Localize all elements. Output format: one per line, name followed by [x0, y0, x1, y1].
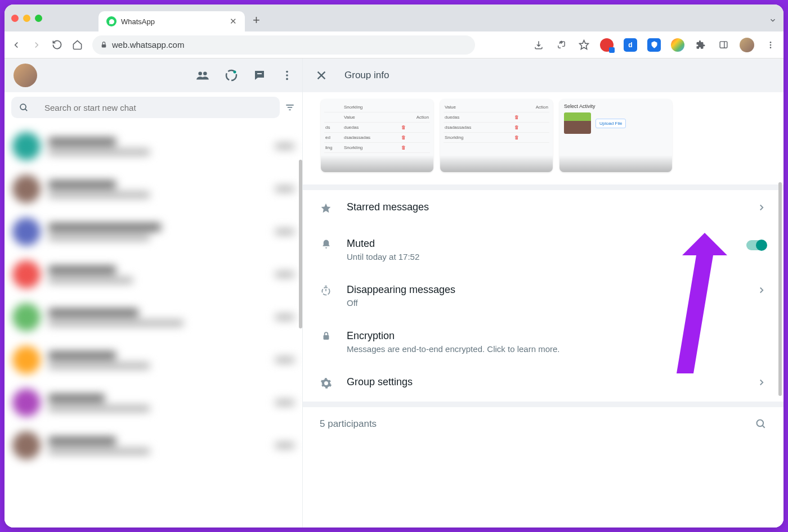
- thumb-text: Action: [513, 102, 549, 112]
- svg-rect-2: [720, 42, 727, 48]
- timer-icon: [320, 285, 332, 296]
- star-icon: [320, 202, 332, 214]
- my-avatar[interactable]: [14, 64, 37, 87]
- media-thumbnail[interactable]: Snorkling ValueAction dsduedas🗑 eddsadas…: [321, 99, 433, 172]
- share-icon[interactable]: [555, 39, 567, 51]
- mute-toggle[interactable]: [746, 240, 767, 250]
- chat-item[interactable]: [5, 125, 302, 168]
- thumb-text: Action: [400, 112, 430, 123]
- search-input[interactable]: [44, 103, 272, 112]
- chat-item[interactable]: [5, 381, 302, 424]
- thumb-upload-button: Upload File: [596, 119, 626, 128]
- disappearing-messages-row[interactable]: Disappearing messages Off: [303, 273, 783, 319]
- chat-item[interactable]: [5, 339, 302, 381]
- setting-sublabel: Until today at 17:52: [347, 252, 732, 262]
- svg-rect-0: [102, 44, 106, 47]
- maximize-window-button[interactable]: [35, 15, 42, 22]
- close-window-button[interactable]: [11, 15, 19, 22]
- toolbar-right: d: [532, 38, 777, 52]
- thumb-image: [564, 112, 591, 134]
- participants-count: 5 participants: [320, 418, 377, 430]
- thumb-text: Value: [343, 112, 400, 123]
- extension-icon-4[interactable]: [671, 38, 684, 52]
- filter-icon[interactable]: [284, 102, 296, 113]
- extension-icon-3[interactable]: [647, 38, 661, 52]
- extension-icon-2[interactable]: d: [624, 38, 637, 52]
- extension-icon-1[interactable]: [600, 38, 614, 52]
- setting-sublabel: Messages are end-to-end encrypted. Click…: [347, 344, 767, 354]
- chat-list: [5, 123, 302, 528]
- svg-point-6: [770, 47, 772, 48]
- svg-point-27: [757, 420, 764, 427]
- thumb-text: Snorkling: [343, 102, 400, 112]
- setting-label: Group settings: [347, 376, 742, 388]
- tabs-overflow-icon[interactable]: [769, 16, 777, 24]
- svg-line-28: [763, 426, 765, 428]
- profile-avatar[interactable]: [740, 38, 754, 52]
- forward-button[interactable]: [32, 40, 44, 50]
- extensions-puzzle-icon[interactable]: [695, 39, 707, 51]
- svg-point-5: [770, 44, 772, 46]
- traffic-lights: [11, 15, 42, 22]
- download-icon[interactable]: [532, 39, 545, 51]
- chat-item[interactable]: [5, 296, 302, 339]
- chat-item[interactable]: [5, 168, 302, 210]
- new-tab-button[interactable]: +: [253, 13, 260, 28]
- sidepanel-icon[interactable]: [717, 39, 729, 51]
- browser-titlebar: WhatsApp ✕ +: [5, 4, 783, 31]
- search-box[interactable]: [11, 97, 280, 118]
- communities-icon[interactable]: [195, 68, 210, 83]
- close-panel-icon[interactable]: [315, 69, 328, 82]
- minimize-window-button[interactable]: [23, 15, 30, 22]
- group-settings-row[interactable]: Group settings: [303, 365, 783, 402]
- browser-window: WhatsApp ✕ + web.whatsapp.com: [5, 4, 783, 528]
- thumb-text: dsadassadas: [343, 133, 400, 143]
- encryption-row[interactable]: Encryption Messages are end-to-end encry…: [303, 319, 783, 365]
- home-button[interactable]: [72, 39, 84, 50]
- browser-menu-icon[interactable]: [764, 39, 777, 51]
- browser-tab[interactable]: WhatsApp ✕: [98, 11, 245, 31]
- participants-row[interactable]: 5 participants: [303, 407, 783, 441]
- svg-point-12: [286, 71, 288, 73]
- bookmark-star-icon[interactable]: [577, 39, 590, 51]
- svg-marker-1: [579, 40, 588, 49]
- close-tab-icon[interactable]: ✕: [230, 16, 237, 26]
- address-bar[interactable]: web.whatsapp.com: [92, 35, 475, 55]
- muted-row[interactable]: Muted Until today at 17:52: [303, 227, 783, 273]
- setting-label: Disappearing messages: [347, 284, 742, 296]
- svg-point-15: [20, 104, 26, 110]
- thumb-text: Select Activity: [564, 103, 668, 109]
- search-icon: [19, 103, 29, 112]
- menu-icon[interactable]: [281, 68, 293, 83]
- gear-icon: [320, 377, 332, 389]
- chat-item[interactable]: [5, 210, 302, 253]
- starred-messages-row[interactable]: Starred messages: [303, 190, 783, 227]
- search-participants-icon[interactable]: [755, 418, 767, 430]
- svg-point-10: [234, 71, 236, 74]
- thumb-text: dsadassadas: [444, 123, 513, 133]
- toggle-knob: [756, 240, 767, 251]
- svg-point-7: [198, 72, 202, 76]
- sidebar-scrollbar[interactable]: [299, 160, 302, 328]
- browser-toolbar: web.whatsapp.com d: [5, 31, 783, 58]
- bell-icon: [320, 239, 332, 250]
- thumb-text: duedas: [343, 123, 400, 133]
- search-wrap: [5, 92, 302, 123]
- svg-point-13: [286, 74, 288, 76]
- svg-point-8: [203, 72, 207, 76]
- reload-button[interactable]: [52, 39, 64, 50]
- svg-rect-11: [257, 73, 262, 74]
- media-thumbnail[interactable]: Select Activity Upload File: [559, 99, 672, 172]
- panel-scrollbar[interactable]: [778, 182, 782, 396]
- chat-item[interactable]: [5, 253, 302, 296]
- chat-item[interactable]: [5, 424, 302, 467]
- whatsapp-favicon: [106, 16, 117, 26]
- new-chat-icon[interactable]: [253, 68, 266, 83]
- panel-header: Group info: [303, 58, 783, 92]
- thumb-text: Value: [444, 102, 513, 112]
- thumb-text: duedas: [444, 112, 513, 123]
- status-icon[interactable]: [225, 68, 238, 83]
- media-thumbnail[interactable]: ValueAction duedas🗑 dsadassadas🗑 Snorkli…: [440, 99, 553, 172]
- back-button[interactable]: [11, 40, 24, 50]
- lock-icon: [320, 331, 332, 341]
